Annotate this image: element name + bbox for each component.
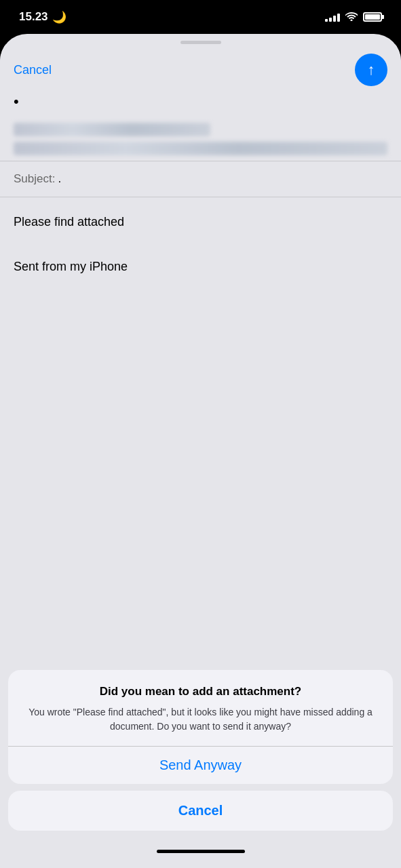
wifi-icon xyxy=(345,12,358,23)
body-line-3: Sent from my iPhone xyxy=(14,257,387,277)
home-indicator xyxy=(0,844,401,856)
cancel-card: Cancel xyxy=(8,791,393,831)
home-pill xyxy=(157,850,245,853)
email-compose-view: Cancel ↑ • Subject: . Please find attach… xyxy=(0,44,401,844)
field-divider xyxy=(0,161,401,161)
time-display: 15.23 xyxy=(19,10,48,24)
alert-overlay: Did you mean to add an attachment? You w… xyxy=(0,670,401,844)
send-anyway-button[interactable]: Send Anyway xyxy=(8,747,393,784)
alert-message: You wrote "Please find attached", but it… xyxy=(22,705,379,746)
status-icons xyxy=(325,12,382,23)
body-line-2 xyxy=(14,235,387,254)
notch-bar xyxy=(0,34,401,44)
cancel-button[interactable]: Cancel xyxy=(14,63,52,77)
subject-value: . xyxy=(58,172,61,186)
compose-dot: • xyxy=(0,93,401,117)
alert-cancel-button[interactable]: Cancel xyxy=(8,791,393,831)
subject-divider xyxy=(0,197,401,197)
alert-title: Did you mean to add an attachment? xyxy=(22,685,379,698)
status-bar: 15.23 🌙 xyxy=(0,0,401,34)
subject-label: Subject: xyxy=(14,172,55,186)
to-field-blurred xyxy=(14,123,210,136)
phone-frame: Cancel ↑ • Subject: . Please find attach… xyxy=(0,34,401,868)
alert-content: Did you mean to add an attachment? You w… xyxy=(8,670,393,746)
send-arrow-icon: ↑ xyxy=(368,62,375,77)
body-line-1: Please find attached xyxy=(14,212,387,232)
send-button[interactable]: ↑ xyxy=(355,54,387,86)
compose-header: Cancel ↑ xyxy=(0,44,401,93)
battery-icon xyxy=(363,12,382,22)
status-time: 15.23 🌙 xyxy=(19,10,66,24)
moon-icon: 🌙 xyxy=(52,10,66,24)
alert-card: Did you mean to add an attachment? You w… xyxy=(8,670,393,784)
subject-row: Subject: . xyxy=(0,165,401,193)
email-body: Please find attached Sent from my iPhone xyxy=(0,201,401,290)
signal-bars-icon xyxy=(325,12,340,22)
cc-field-blurred xyxy=(14,142,387,155)
